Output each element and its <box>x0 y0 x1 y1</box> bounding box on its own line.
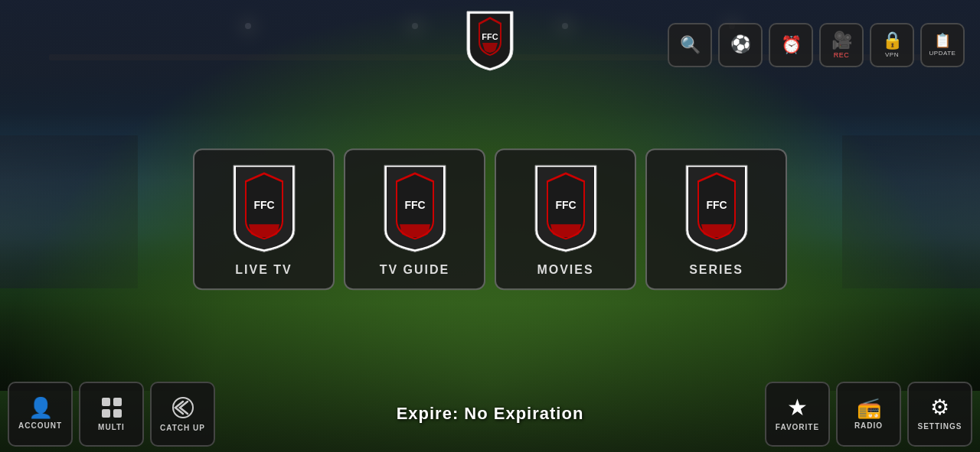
account-label: ACCOUNT <box>18 421 62 430</box>
tv-guide-logo: FFC <box>377 161 453 253</box>
update-icon: 📋 <box>934 34 951 47</box>
svg-text:FFC: FFC <box>706 199 727 211</box>
series-tile[interactable]: FFC SERIES <box>645 148 787 290</box>
timer-icon: ⏰ <box>781 37 802 54</box>
main-menu: FFC LIVE TV FFC TV GUIDE FFC MOVIES <box>193 148 787 290</box>
settings-label: SETTINGS <box>917 422 962 431</box>
svg-rect-7 <box>113 398 122 406</box>
svg-text:FFC: FFC <box>404 199 425 211</box>
radio-button[interactable]: 📻 RADIO <box>836 382 901 447</box>
record-icon: 🎥 <box>831 32 852 49</box>
timer-button[interactable]: ⏰ <box>769 23 813 67</box>
catchup-icon <box>171 395 195 420</box>
live-tv-tile[interactable]: FFC LIVE TV <box>193 148 335 290</box>
series-logo: FFC <box>678 161 755 253</box>
svg-rect-8 <box>102 409 110 418</box>
record-label: REC <box>834 51 850 59</box>
multi-label: MULTI <box>98 423 125 431</box>
series-label: SERIES <box>689 263 743 277</box>
sports-icon: ⚽ <box>730 36 751 53</box>
movies-label: MOVIES <box>537 263 593 277</box>
multi-button[interactable]: MULTI <box>79 382 144 447</box>
svg-text:FFC: FFC <box>555 199 576 211</box>
vpn-label: VPN <box>885 51 899 58</box>
account-icon: 👤 <box>28 398 53 418</box>
tv-guide-label: TV GUIDE <box>380 263 450 277</box>
catchup-label: CATCH UP <box>160 424 205 432</box>
svg-rect-9 <box>113 409 122 418</box>
toolbar: 🔍 ⚽ ⏰ 🎥 REC 🔒 VPN 📋 UPDATE <box>668 23 965 67</box>
bottom-left-buttons: 👤 ACCOUNT MULTI CATCH UP <box>8 382 215 447</box>
svg-rect-6 <box>102 398 110 406</box>
bottom-bar: 👤 ACCOUNT MULTI CATCH UP Expire: No Expi… <box>0 376 980 452</box>
bottom-right-buttons: ★ FAVORITE 📻 RADIO ⚙ SETTINGS <box>765 382 972 447</box>
tv-guide-tile[interactable]: FFC TV GUIDE <box>344 148 485 290</box>
svg-text:FFC: FFC <box>253 199 274 211</box>
radio-icon: 📻 <box>857 398 881 418</box>
live-tv-logo: FFC <box>226 161 302 253</box>
search-icon: 🔍 <box>680 37 701 54</box>
catchup-button[interactable]: CATCH UP <box>150 382 215 447</box>
record-button[interactable]: 🎥 REC <box>819 23 864 67</box>
multi-icon <box>100 396 123 419</box>
account-button[interactable]: 👤 ACCOUNT <box>8 382 73 447</box>
favorite-icon: ★ <box>787 396 808 419</box>
expire-text: Expire: No Expiration <box>397 404 584 424</box>
vpn-icon: 🔒 <box>882 32 903 49</box>
favorite-button[interactable]: ★ FAVORITE <box>765 382 830 447</box>
movies-logo: FFC <box>528 161 604 253</box>
movies-tile[interactable]: FFC MOVIES <box>495 148 636 290</box>
search-button[interactable]: 🔍 <box>668 23 712 67</box>
vpn-button[interactable]: 🔒 VPN <box>870 23 914 67</box>
svg-text:FFC: FFC <box>482 32 498 41</box>
favorite-label: FAVORITE <box>776 423 819 431</box>
ffc-logo: FFC FFC <box>463 8 517 73</box>
live-tv-label: LIVE TV <box>235 263 292 277</box>
sports-button[interactable]: ⚽ <box>718 23 763 67</box>
settings-icon: ⚙ <box>930 397 949 418</box>
update-label: UPDATE <box>929 50 956 57</box>
update-button[interactable]: 📋 UPDATE <box>920 23 965 67</box>
settings-button[interactable]: ⚙ SETTINGS <box>907 382 972 447</box>
radio-label: RADIO <box>854 421 883 430</box>
